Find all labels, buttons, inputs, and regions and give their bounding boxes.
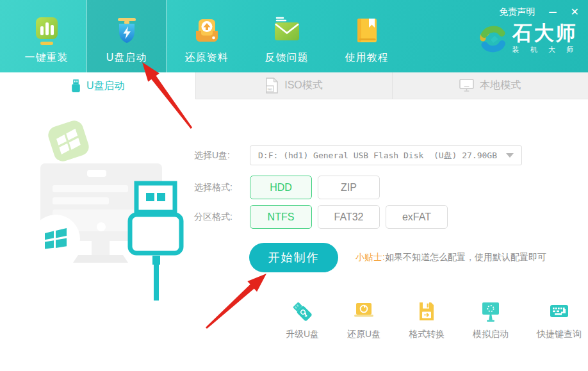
windows-tile xyxy=(46,119,92,164)
tab-usb-boot[interactable]: U盘启动 xyxy=(0,72,195,99)
utility-label: 升级U盘 xyxy=(286,329,319,340)
utility-label: 模拟启动 xyxy=(473,329,509,340)
usb-select-label: 选择U盘: xyxy=(194,150,239,161)
utility-simulate-boot[interactable]: 模拟启动 xyxy=(473,300,509,340)
format-option-zip[interactable]: ZIP xyxy=(318,176,380,199)
window-controls: 免责声明 ─ ✕ xyxy=(499,6,579,18)
tip-text: 小贴士:如果不知道怎么配置，使用默认配置即可 xyxy=(355,252,546,263)
usb-boot-icon xyxy=(112,16,142,45)
main-toolbar: 一键重装 U盘启动 xyxy=(6,0,407,72)
usb-computer-illustration xyxy=(19,111,192,303)
format-row: 选择格式: HDD ZIP xyxy=(194,176,386,199)
toolbar-item-label: 反馈问题 xyxy=(265,51,309,65)
brand-logo: 石大师 装 机 大 师 xyxy=(479,23,578,54)
utility-row: 升级U盘 还原U盘 格式转换 xyxy=(286,300,582,340)
partition-option-exfat[interactable]: exFAT xyxy=(386,205,448,229)
toolbar-item-label: U盘启动 xyxy=(106,51,147,65)
tab-iso-mode[interactable]: iso ISO模式 xyxy=(195,72,391,99)
simulate-boot-icon xyxy=(479,300,502,323)
utility-hotkey-query[interactable]: 快捷键查询 xyxy=(537,300,582,340)
partition-option-ntfs[interactable]: NTFS xyxy=(250,205,312,229)
toolbar-item-restore-data[interactable]: 还原资料 xyxy=(167,0,247,72)
minimize-icon[interactable]: ─ xyxy=(549,7,556,17)
upgrade-usb-icon xyxy=(291,300,314,323)
format-convert-icon xyxy=(415,300,438,323)
format-label: 选择格式: xyxy=(194,182,239,194)
mode-tabbar: U盘启动 iso ISO模式 本地模式 xyxy=(0,72,588,99)
tab-label: 本地模式 xyxy=(480,79,521,92)
partition-row: 分区格式: NTFS FAT32 exFAT xyxy=(194,205,453,229)
toolbar-item-label: 一键重装 xyxy=(25,51,69,65)
brand-text: 石大师 装 机 大 师 xyxy=(512,23,578,54)
usb-stick-icon xyxy=(71,79,81,93)
brand-title: 石大师 xyxy=(512,23,578,44)
partition-label: 分区格式: xyxy=(194,211,239,223)
restore-usb-icon xyxy=(352,300,375,323)
utility-upgrade-usb[interactable]: 升级U盘 xyxy=(286,300,319,340)
tutorial-icon xyxy=(352,16,382,45)
utility-label: 还原U盘 xyxy=(347,329,380,340)
toolbar-item-feedback[interactable]: 反馈问题 xyxy=(247,0,327,72)
reinstall-icon xyxy=(32,16,61,45)
toolbar-item-label: 还原资料 xyxy=(185,51,229,65)
toolbar-item-tutorial[interactable]: 使用教程 xyxy=(327,0,407,72)
tab-label: U盘启动 xyxy=(86,79,125,93)
iso-file-icon: iso xyxy=(265,78,279,94)
main-content: 选择U盘: D:F: (hd1) General USB Flash Disk … xyxy=(0,99,588,371)
brand-swirl-icon xyxy=(479,25,507,53)
utility-format-convert[interactable]: 格式转换 xyxy=(409,300,445,340)
toolbar-item-label: 使用教程 xyxy=(345,51,389,65)
header: 一键重装 U盘启动 xyxy=(0,0,588,72)
monitor-icon xyxy=(459,79,474,92)
usb-plug-illustration xyxy=(130,183,181,301)
tab-local-mode[interactable]: 本地模式 xyxy=(392,72,588,99)
utility-restore-usb[interactable]: 还原U盘 xyxy=(347,300,380,340)
usb-select-value: D:F: (hd1) General USB Flash Disk (U盘) 2… xyxy=(258,150,497,161)
utility-label: 格式转换 xyxy=(409,329,445,340)
usb-select-dropdown[interactable]: D:F: (hd1) General USB Flash Disk (U盘) 2… xyxy=(250,145,522,165)
close-icon[interactable]: ✕ xyxy=(571,7,579,17)
format-option-hdd[interactable]: HDD xyxy=(250,176,312,199)
disclaimer-link[interactable]: 免责声明 xyxy=(499,6,535,18)
app-window: 一键重装 U盘启动 xyxy=(0,0,588,371)
toolbar-item-usb-boot[interactable]: U盘启动 xyxy=(86,0,167,72)
start-create-button[interactable]: 开始制作 xyxy=(249,243,338,272)
windows-badge xyxy=(31,215,80,263)
toolbar-item-reinstall[interactable]: 一键重装 xyxy=(6,0,86,72)
partition-option-fat32[interactable]: FAT32 xyxy=(318,205,380,229)
usb-select-row: 选择U盘: D:F: (hd1) General USB Flash Disk … xyxy=(194,145,522,165)
hotkey-keyboard-icon xyxy=(548,300,571,323)
tab-label: ISO模式 xyxy=(284,79,323,92)
restore-data-icon xyxy=(192,16,222,45)
tip-prefix: 小贴士: xyxy=(355,252,385,262)
feedback-icon xyxy=(272,16,302,45)
utility-label: 快捷键查询 xyxy=(537,329,582,340)
chevron-down-icon xyxy=(506,153,514,158)
tip-body: 如果不知道怎么配置，使用默认配置即可 xyxy=(385,252,546,262)
brand-subtitle: 装 机 大 师 xyxy=(512,45,578,54)
iso-badge-text: iso xyxy=(268,87,272,91)
